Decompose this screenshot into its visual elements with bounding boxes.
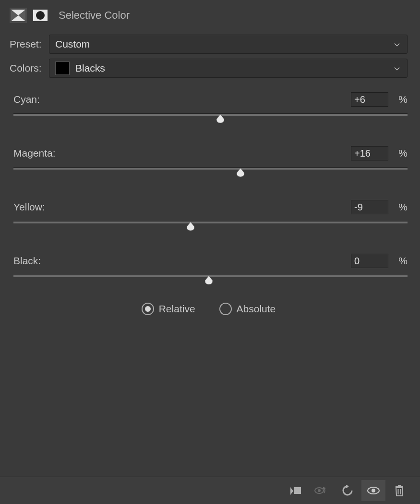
svg-rect-3 bbox=[33, 10, 48, 21]
magenta-input[interactable] bbox=[351, 146, 388, 160]
magenta-slider-block: Magenta: % bbox=[10, 145, 408, 190]
svg-point-7 bbox=[315, 488, 324, 493]
yellow-slider-track[interactable] bbox=[10, 220, 408, 233]
cyan-slider-track[interactable] bbox=[10, 112, 408, 125]
panel-header: Selective Color bbox=[0, 0, 420, 28]
unit-label: % bbox=[388, 94, 408, 105]
selective-color-panel: Selective Color Preset: Custom Colors: B… bbox=[0, 0, 420, 504]
svg-marker-10 bbox=[346, 485, 349, 488]
black-slider-block: Black: % bbox=[10, 253, 408, 298]
svg-marker-1 bbox=[11, 10, 18, 21]
magenta-label: Magenta: bbox=[10, 148, 351, 159]
svg-rect-0 bbox=[11, 10, 25, 21]
radio-unchecked-icon bbox=[219, 303, 232, 315]
adjustment-thumbnail-icon[interactable] bbox=[10, 8, 27, 23]
preset-label: Preset: bbox=[10, 38, 49, 50]
color-swatch bbox=[55, 61, 70, 75]
layer-mask-icon[interactable] bbox=[32, 8, 49, 23]
yellow-input[interactable] bbox=[351, 200, 388, 214]
svg-point-8 bbox=[318, 489, 321, 492]
preset-dropdown[interactable]: Custom bbox=[49, 35, 408, 54]
view-previous-state-button[interactable] bbox=[310, 480, 334, 501]
colors-row: Colors: Blacks bbox=[10, 59, 408, 78]
cyan-slider-thumb[interactable] bbox=[216, 114, 225, 123]
delete-button[interactable] bbox=[387, 480, 411, 501]
yellow-slider-thumb[interactable] bbox=[186, 222, 195, 231]
black-slider-thumb[interactable] bbox=[204, 276, 214, 284]
svg-marker-9 bbox=[323, 487, 326, 490]
colors-dropdown[interactable]: Blacks bbox=[49, 59, 408, 78]
clip-to-layer-button[interactable] bbox=[284, 480, 308, 501]
svg-point-12 bbox=[372, 489, 375, 492]
radio-checked-icon bbox=[142, 303, 154, 315]
cyan-input[interactable] bbox=[351, 92, 388, 107]
unit-label: % bbox=[388, 148, 408, 159]
method-radio-group: Relative Absolute bbox=[10, 303, 408, 315]
panel-title: Selective Color bbox=[59, 9, 130, 22]
colors-value: Blacks bbox=[75, 62, 105, 74]
svg-marker-2 bbox=[18, 10, 25, 21]
svg-point-11 bbox=[368, 487, 379, 494]
reset-button[interactable] bbox=[336, 480, 360, 501]
panel-footer bbox=[0, 477, 420, 504]
absolute-radio[interactable]: Absolute bbox=[219, 303, 276, 315]
absolute-label: Absolute bbox=[237, 303, 276, 315]
colors-label: Colors: bbox=[10, 62, 49, 74]
black-slider-track[interactable] bbox=[10, 274, 408, 286]
toggle-visibility-button[interactable] bbox=[361, 480, 385, 501]
magenta-slider-track[interactable] bbox=[10, 166, 408, 179]
cyan-label: Cyan: bbox=[10, 94, 351, 105]
svg-rect-6 bbox=[294, 487, 301, 494]
preset-value: Custom bbox=[55, 38, 90, 50]
yellow-slider-block: Yellow: % bbox=[10, 199, 408, 244]
magenta-slider-thumb[interactable] bbox=[236, 168, 245, 177]
svg-marker-5 bbox=[290, 487, 293, 495]
relative-label: Relative bbox=[159, 303, 195, 315]
relative-radio[interactable]: Relative bbox=[142, 303, 195, 315]
unit-label: % bbox=[388, 201, 408, 213]
chevron-down-icon bbox=[394, 63, 400, 74]
preset-row: Preset: Custom bbox=[10, 35, 408, 54]
panel-body: Preset: Custom Colors: Blacks Cyan: bbox=[0, 28, 420, 477]
svg-rect-13 bbox=[396, 486, 403, 487]
black-input[interactable] bbox=[351, 254, 388, 268]
unit-label: % bbox=[388, 255, 408, 267]
black-label: Black: bbox=[10, 255, 351, 267]
svg-point-4 bbox=[36, 11, 45, 20]
svg-rect-14 bbox=[398, 485, 401, 486]
chevron-down-icon bbox=[394, 39, 400, 50]
cyan-slider-block: Cyan: % bbox=[10, 91, 408, 136]
yellow-label: Yellow: bbox=[10, 201, 351, 213]
